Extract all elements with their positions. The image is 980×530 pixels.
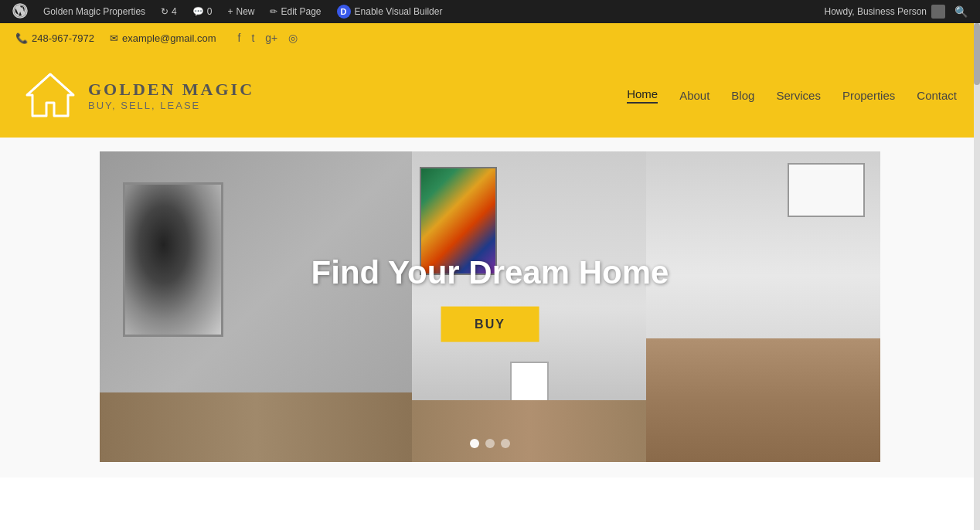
logo-title: GOLDEN MAGIC: [88, 80, 254, 100]
search-icon[interactable]: 🔍: [950, 5, 972, 18]
nav-blog[interactable]: Blog: [731, 89, 754, 102]
main-nav: Home About Blog Services Properties Cont…: [627, 87, 957, 104]
nav-properties[interactable]: Properties: [842, 89, 895, 102]
hero-wrapper: Find Your Dream Home BUY: [0, 138, 980, 477]
updates-button[interactable]: ↻ 4: [156, 0, 182, 23]
room-steps: [646, 338, 880, 462]
edit-label: Edit Page: [281, 6, 321, 17]
logo-icon: [23, 68, 77, 122]
logo-area: GOLDEN MAGIC BUY, SELL, LEASE: [23, 68, 254, 122]
plus-icon: +: [227, 6, 233, 17]
site-name-button[interactable]: Golden Magic Properties: [39, 0, 150, 23]
social-icons: f t g+ ◎: [238, 32, 298, 44]
enable-visual-builder-button[interactable]: D Enable Visual Builder: [332, 5, 447, 19]
wp-logo-button[interactable]: [8, 0, 32, 23]
svg-marker-1: [27, 74, 73, 116]
rss-icon[interactable]: ◎: [288, 32, 298, 44]
hero-slider: Find Your Dream Home BUY: [100, 151, 880, 462]
phone-icon: 📞: [15, 32, 28, 44]
scrollbar-thumb[interactable]: [974, 23, 980, 85]
contact-bar: 📞 248-967-7972 ✉ example@gmail.com f t g…: [0, 23, 980, 53]
slider-dots: [470, 439, 510, 448]
logo-text: GOLDEN MAGIC BUY, SELL, LEASE: [88, 80, 254, 111]
nav-home[interactable]: Home: [627, 87, 658, 104]
site-name-label: Golden Magic Properties: [43, 6, 145, 17]
header: GOLDEN MAGIC BUY, SELL, LEASE Home About…: [0, 53, 980, 138]
slider-dot-2[interactable]: [485, 439, 495, 448]
room-right: [646, 151, 880, 462]
facebook-icon[interactable]: f: [238, 32, 241, 44]
comments-icon: 💬: [192, 6, 204, 17]
artwork-right-top: [788, 163, 865, 217]
phone-number: 248-967-7972: [32, 32, 94, 44]
hero-title: Find Your Dream Home: [311, 254, 669, 291]
edit-icon: ✏: [270, 6, 277, 17]
enable-visual-label: Enable Visual Builder: [355, 6, 443, 17]
logo-subtitle: BUY, SELL, LEASE: [88, 100, 254, 111]
howdy-text: Howdy, Business Person: [824, 6, 927, 17]
contact-phone: 📞 248-967-7972: [15, 32, 94, 44]
comments-count: 0: [207, 6, 213, 17]
nav-contact[interactable]: Contact: [917, 89, 957, 102]
room-floor-left: [100, 392, 412, 462]
howdy-section: Howdy, Business Person 🔍: [824, 5, 972, 19]
contact-email[interactable]: ✉ example@gmail.com: [110, 32, 216, 44]
wordpress-icon: [12, 3, 28, 21]
artwork-blob: [125, 185, 221, 335]
new-label: New: [236, 6, 254, 17]
email-address: example@gmail.com: [122, 32, 216, 44]
artwork-left: [123, 182, 223, 337]
email-icon: ✉: [110, 32, 118, 44]
nav-about[interactable]: About: [679, 89, 709, 102]
admin-bar: Golden Magic Properties ↻ 4 💬 0 + New ✏ …: [0, 0, 980, 23]
nav-services[interactable]: Services: [776, 89, 821, 102]
room-floor-center: [412, 400, 646, 462]
edit-page-button[interactable]: ✏ Edit Page: [265, 0, 325, 23]
new-button[interactable]: + New: [223, 0, 259, 23]
slider-dot-1[interactable]: [470, 439, 479, 448]
googleplus-icon[interactable]: g+: [265, 32, 277, 44]
buy-button[interactable]: BUY: [441, 307, 539, 342]
hero-content: Find Your Dream Home BUY: [311, 254, 669, 342]
slider-dot-3[interactable]: [501, 439, 510, 448]
avatar: [931, 5, 945, 19]
twitter-icon[interactable]: t: [251, 32, 254, 44]
updates-icon: ↻: [161, 6, 168, 17]
comments-button[interactable]: 💬 0: [188, 0, 217, 23]
updates-count: 4: [172, 6, 177, 17]
scrollbar[interactable]: [974, 23, 980, 530]
divi-icon: D: [337, 5, 351, 19]
